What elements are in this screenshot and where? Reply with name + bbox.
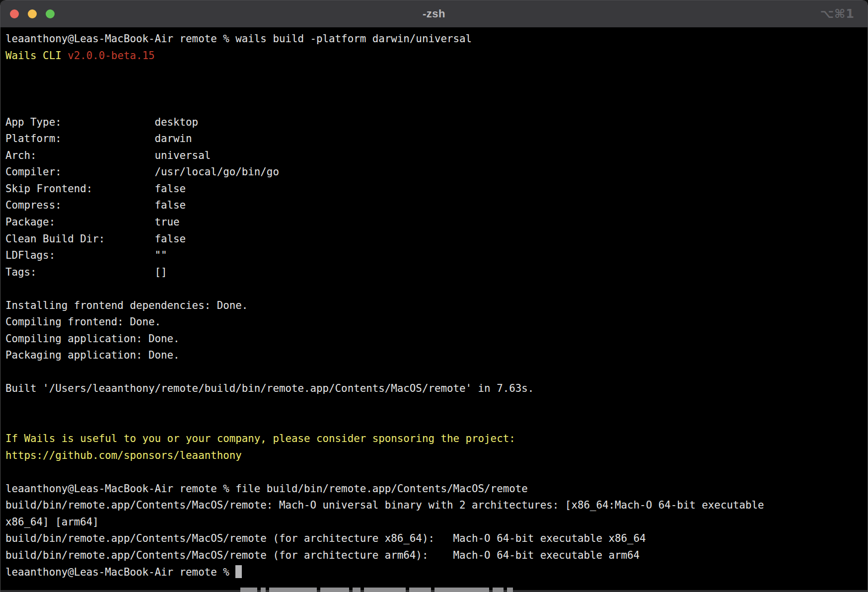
terminal-line: build/bin/remote.app/Contents/MacOS/remo… [5, 497, 868, 514]
terminal-line: Installing frontend dependencies: Done. [5, 297, 868, 314]
terminal-line: App Type: desktop [5, 114, 868, 131]
terminal-line: https://github.com/sponsors/leaanthony [5, 447, 868, 464]
terminal-line: Tags: [] [5, 264, 868, 281]
window-title: -zsh [0, 7, 868, 20]
terminal-line: x86_64] [arm64] [5, 514, 868, 531]
terminal-line: build/bin/remote.app/Contents/MacOS/remo… [5, 530, 868, 547]
terminal-line: leaanthony@Leas-MacBook-Air remote % fil… [5, 481, 868, 498]
terminal-line: Compiling application: Done. [5, 331, 868, 348]
terminal-line: Compiling frontend: Done. [5, 314, 868, 331]
terminal-screen[interactable]: leaanthony@Leas-MacBook-Air remote % wai… [0, 28, 868, 592]
terminal-line [5, 64, 868, 81]
terminal-line [5, 364, 868, 381]
terminal-line: leaanthony@Leas-MacBook-Air remote % [5, 564, 868, 581]
terminal-line: Skip Frontend: false [5, 181, 868, 198]
terminal-line [5, 464, 868, 481]
terminal-line: Clean Build Dir: false [5, 231, 868, 248]
terminal-line: Packaging application: Done. [5, 347, 868, 364]
terminal-line: Compress: false [5, 197, 868, 214]
terminal-line: Built '/Users/leaanthony/remote/build/bi… [5, 380, 868, 397]
traffic-lights [10, 0, 55, 27]
terminal-line [5, 81, 868, 98]
tab-shortcut-badge: ⌥⌘1 [820, 0, 855, 27]
minimize-button[interactable] [28, 9, 37, 18]
terminal-line: LDFlags: "" [5, 247, 868, 264]
close-button[interactable] [10, 9, 19, 18]
terminal-cursor [235, 565, 242, 578]
terminal-line [5, 397, 868, 414]
titlebar[interactable]: -zsh ⌥⌘1 [0, 0, 868, 28]
terminal-line: If Wails is useful to you or your compan… [5, 431, 868, 447]
terminal-line: Wails CLI v2.0.0-beta.15 [5, 48, 868, 65]
terminal-line: Package: true [5, 214, 868, 231]
terminal-line: leaanthony@Leas-MacBook-Air remote % wai… [5, 31, 868, 48]
terminal-line [5, 281, 868, 297]
zoom-button[interactable] [46, 9, 55, 18]
terminal-line: Platform: darwin [5, 131, 868, 148]
terminal-line: build/bin/remote.app/Contents/MacOS/remo… [5, 547, 868, 564]
terminal-line [5, 97, 868, 114]
terminal-line: Arch: universal [5, 148, 868, 164]
terminal-line [5, 414, 868, 431]
background-window-text-artifact [240, 588, 513, 592]
terminal-line: Compiler: /usr/local/go/bin/go [5, 164, 868, 181]
terminal-window: -zsh ⌥⌘1 leaanthony@Leas-MacBook-Air rem… [0, 0, 868, 592]
